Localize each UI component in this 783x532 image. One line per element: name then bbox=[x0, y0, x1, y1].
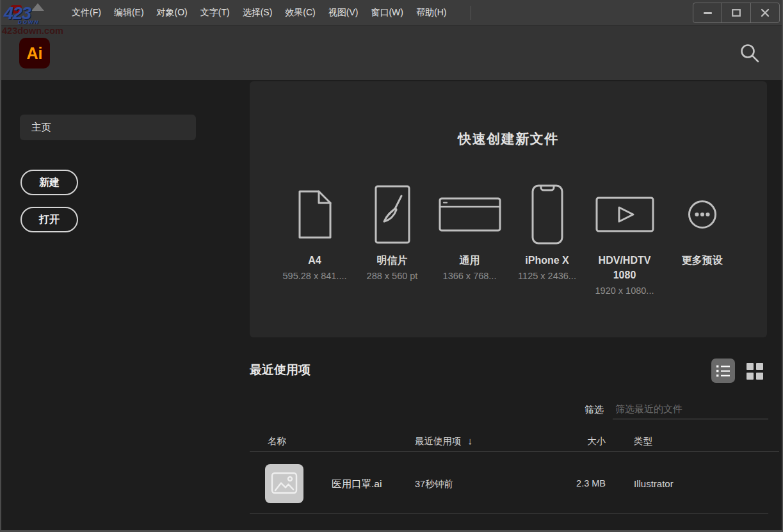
illustrator-logo: Ai bbox=[19, 38, 50, 69]
grid-view-icon bbox=[746, 362, 764, 380]
sidebar-item-home[interactable]: 主页 bbox=[20, 115, 196, 140]
postcard-brush-icon bbox=[375, 184, 410, 245]
preset-dims: 1125 x 2436... bbox=[518, 271, 576, 281]
menu-effect[interactable]: 效果(C) bbox=[285, 7, 315, 19]
menu-window[interactable]: 窗口(W) bbox=[371, 7, 403, 19]
menu-file[interactable]: 文件(F) bbox=[72, 7, 101, 19]
minimize-icon bbox=[704, 12, 712, 14]
preset-dims: 1920 x 1080... bbox=[595, 286, 654, 296]
titlebar: 文件(F) 编辑(E) 对象(O) 文字(T) 选择(S) 效果(C) 视图(V… bbox=[0, 0, 783, 26]
window-controls bbox=[693, 3, 780, 23]
column-header-recent-label: 最近使用项 bbox=[415, 436, 462, 446]
filter-label: 筛选 bbox=[585, 404, 604, 416]
open-button[interactable]: 打开 bbox=[20, 207, 78, 232]
image-placeholder-icon bbox=[271, 472, 298, 496]
preset-web[interactable]: 通用 1366 x 768... bbox=[431, 184, 508, 296]
preset-name: 通用 bbox=[460, 253, 480, 268]
list-view-icon bbox=[716, 364, 730, 378]
file-thumbnail bbox=[265, 464, 303, 503]
preset-name: 明信片 bbox=[377, 253, 408, 268]
menubar-separator bbox=[471, 6, 471, 20]
preset-name: A4 bbox=[308, 253, 321, 268]
menubar: 文件(F) 编辑(E) 对象(O) 文字(T) 选择(S) 效果(C) 视图(V… bbox=[72, 0, 446, 26]
search-icon[interactable] bbox=[739, 43, 760, 63]
quick-create-panel: 快速创建新文件 A4 595.28 x 841.... 明信片 288 x 56… bbox=[250, 81, 767, 337]
file-last-used: 37秒钟前 bbox=[415, 478, 453, 490]
filter-input[interactable] bbox=[613, 399, 768, 419]
file-type: Illustrator bbox=[634, 478, 674, 489]
column-header-name[interactable]: 名称 bbox=[268, 435, 286, 447]
preset-iphone-x[interactable]: iPhone X 1125 x 2436... bbox=[508, 184, 586, 296]
quick-create-title: 快速创建新文件 bbox=[250, 81, 767, 148]
minimize-button[interactable] bbox=[693, 3, 722, 22]
more-ellipsis-icon bbox=[688, 184, 717, 245]
preset-name: 更多预设 bbox=[682, 253, 723, 268]
preset-postcard[interactable]: 明信片 288 x 560 pt bbox=[353, 184, 431, 296]
browser-window-icon bbox=[439, 184, 501, 245]
list-view-button[interactable] bbox=[711, 359, 735, 383]
column-header-type[interactable]: 类型 bbox=[634, 435, 652, 447]
preset-dims: 595.28 x 841.... bbox=[283, 271, 347, 281]
appbar: Ai bbox=[0, 26, 783, 80]
preset-row: A4 595.28 x 841.... 明信片 288 x 560 pt 通用 … bbox=[250, 184, 767, 296]
preset-dims: 288 x 560 pt bbox=[367, 271, 418, 281]
close-button[interactable] bbox=[750, 3, 779, 22]
preset-a4[interactable]: A4 595.28 x 841.... bbox=[276, 184, 353, 296]
column-header-recent[interactable]: 最近使用项↓ bbox=[415, 435, 472, 447]
main-content: 主页 新建 打开 快速创建新文件 A4 595.28 x 841.... 明信 bbox=[0, 80, 783, 532]
menu-help[interactable]: 帮助(H) bbox=[416, 7, 446, 19]
maximize-icon bbox=[732, 9, 741, 17]
video-play-icon bbox=[595, 184, 654, 245]
column-header-size[interactable]: 大小 bbox=[544, 435, 606, 447]
preset-name: iPhone X bbox=[525, 253, 569, 268]
maximize-button[interactable] bbox=[722, 3, 750, 22]
recent-file-row[interactable]: 医用口罩.ai 37秒钟前 2.3 MB Illustrator bbox=[0, 452, 783, 513]
recent-table-header: 名称 最近使用项↓ 大小 类型 bbox=[0, 435, 783, 449]
preset-hdtv-1080[interactable]: HDV/HDTV 1080 1920 x 1080... bbox=[586, 184, 663, 296]
table-row-divider bbox=[250, 513, 768, 514]
close-icon bbox=[761, 8, 770, 17]
recent-files-title: 最近使用项 bbox=[250, 362, 311, 378]
preset-more[interactable]: 更多预设 bbox=[663, 184, 741, 296]
menu-select[interactable]: 选择(S) bbox=[243, 7, 273, 19]
phone-icon bbox=[531, 184, 563, 245]
menu-view[interactable]: 视图(V) bbox=[328, 7, 359, 19]
file-name: 医用口罩.ai bbox=[332, 478, 382, 491]
file-size: 2.3 MB bbox=[544, 478, 606, 488]
preset-dims: 1366 x 768... bbox=[443, 271, 497, 281]
sort-descending-icon: ↓ bbox=[468, 435, 473, 446]
document-icon bbox=[298, 184, 332, 245]
menu-object[interactable]: 对象(O) bbox=[157, 7, 188, 19]
menu-edit[interactable]: 编辑(E) bbox=[114, 7, 144, 19]
preset-name: HDV/HDTV 1080 bbox=[589, 253, 661, 282]
grid-view-button[interactable] bbox=[743, 362, 766, 381]
menu-type[interactable]: 文字(T) bbox=[200, 7, 230, 19]
new-button[interactable]: 新建 bbox=[20, 170, 78, 195]
illustrator-home-window: 文件(F) 编辑(E) 对象(O) 文字(T) 选择(S) 效果(C) 视图(V… bbox=[0, 0, 783, 532]
